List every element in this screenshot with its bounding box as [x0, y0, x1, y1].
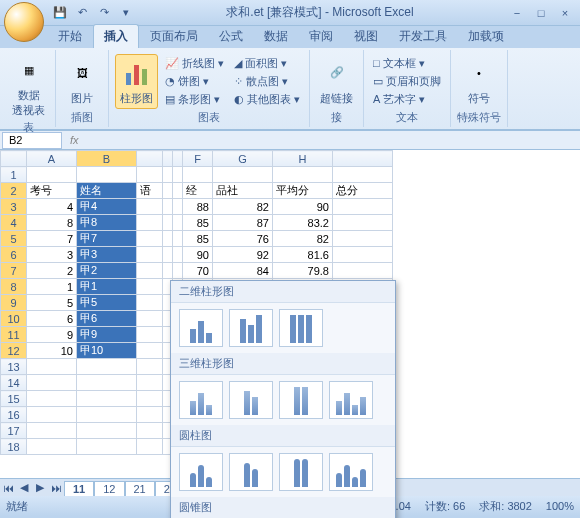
cell[interactable]: 品社 — [213, 183, 273, 199]
cell[interactable] — [173, 199, 183, 215]
cell[interactable]: 甲9 — [77, 327, 137, 343]
cell[interactable] — [77, 375, 137, 391]
cell[interactable] — [137, 167, 163, 183]
cell[interactable] — [183, 167, 213, 183]
tab-formulas[interactable]: 公式 — [209, 25, 253, 48]
column-header[interactable]: B — [77, 151, 137, 167]
cell[interactable]: 平均分 — [273, 183, 333, 199]
textbox-button[interactable]: □文本框▾ — [370, 55, 444, 72]
column-header[interactable] — [137, 151, 163, 167]
cell[interactable] — [137, 327, 163, 343]
tab-data[interactable]: 数据 — [254, 25, 298, 48]
area-chart-button[interactable]: ◢面积图▾ — [231, 55, 303, 72]
select-all-cell[interactable] — [1, 151, 27, 167]
column-header[interactable]: A — [27, 151, 77, 167]
cell[interactable]: 甲6 — [77, 311, 137, 327]
cell[interactable]: 10 — [27, 343, 77, 359]
bar-chart-button[interactable]: ▤条形图▾ — [162, 91, 227, 108]
row-header[interactable]: 2 — [1, 183, 27, 199]
cell[interactable] — [163, 231, 173, 247]
cell[interactable] — [27, 391, 77, 407]
cell[interactable]: 甲2 — [77, 263, 137, 279]
cell[interactable] — [137, 231, 163, 247]
cell[interactable]: 总分 — [333, 183, 393, 199]
cell[interactable]: 90 — [183, 247, 213, 263]
column-header[interactable]: H — [273, 151, 333, 167]
cell[interactable] — [137, 199, 163, 215]
cell[interactable]: 甲10 — [77, 343, 137, 359]
cell[interactable] — [213, 167, 273, 183]
column-header[interactable] — [163, 151, 173, 167]
cell[interactable]: 甲4 — [77, 199, 137, 215]
sheet-tab[interactable]: 11 — [64, 481, 94, 496]
picture-button[interactable]: 🖼 图片 — [62, 55, 102, 108]
chart-type-3d-100stacked[interactable] — [279, 381, 323, 419]
zoom-level[interactable]: 100% — [546, 500, 574, 512]
close-button[interactable]: × — [554, 5, 576, 21]
wordart-button[interactable]: A艺术字▾ — [370, 91, 444, 108]
cell[interactable]: 84 — [213, 263, 273, 279]
undo-icon[interactable]: ↶ — [74, 5, 90, 21]
cell[interactable] — [333, 215, 393, 231]
tab-layout[interactable]: 页面布局 — [140, 25, 208, 48]
qat-more-icon[interactable]: ▾ — [118, 5, 134, 21]
row-header[interactable]: 9 — [1, 295, 27, 311]
row-header[interactable]: 17 — [1, 423, 27, 439]
cell[interactable] — [77, 391, 137, 407]
tab-view[interactable]: 视图 — [344, 25, 388, 48]
chart-type-cylinder-100stacked[interactable] — [279, 453, 323, 491]
cell[interactable] — [163, 247, 173, 263]
cell[interactable] — [137, 423, 163, 439]
cell[interactable]: 85 — [183, 215, 213, 231]
sheet-tab[interactable]: 21 — [125, 481, 155, 496]
cell[interactable]: 79.8 — [273, 263, 333, 279]
cell[interactable]: 9 — [27, 327, 77, 343]
row-header[interactable]: 3 — [1, 199, 27, 215]
cell[interactable] — [137, 375, 163, 391]
cell[interactable]: 81.6 — [273, 247, 333, 263]
chart-type-stacked-column[interactable] — [229, 309, 273, 347]
cell[interactable] — [137, 279, 163, 295]
cell[interactable] — [77, 407, 137, 423]
cell[interactable] — [77, 359, 137, 375]
column-header[interactable] — [333, 151, 393, 167]
chart-type-3d-stacked[interactable] — [229, 381, 273, 419]
cell[interactable] — [163, 183, 173, 199]
row-header[interactable]: 14 — [1, 375, 27, 391]
chart-type-cylinder-stacked[interactable] — [229, 453, 273, 491]
cell[interactable] — [27, 423, 77, 439]
cell[interactable]: 82 — [273, 231, 333, 247]
cell[interactable]: 考号 — [27, 183, 77, 199]
scatter-chart-button[interactable]: ⁘散点图▾ — [231, 73, 303, 90]
cell[interactable]: 7 — [27, 231, 77, 247]
row-header[interactable]: 7 — [1, 263, 27, 279]
cell[interactable] — [163, 199, 173, 215]
chart-type-3d-cylinder[interactable] — [329, 453, 373, 491]
pivot-table-button[interactable]: ▦ 数据 透视表 — [8, 52, 49, 120]
cell[interactable]: 语 — [137, 183, 163, 199]
column-header[interactable]: F — [183, 151, 213, 167]
chart-type-clustered-column[interactable] — [179, 309, 223, 347]
cell[interactable] — [137, 295, 163, 311]
cell[interactable]: 87 — [213, 215, 273, 231]
chart-type-3d-column[interactable] — [329, 381, 373, 419]
sheet-nav-first[interactable]: ⏮ — [0, 482, 16, 494]
cell[interactable]: 90 — [273, 199, 333, 215]
sheet-nav-next[interactable]: ▶ — [32, 481, 48, 494]
row-header[interactable]: 1 — [1, 167, 27, 183]
maximize-button[interactable]: □ — [530, 5, 552, 21]
cell[interactable] — [173, 167, 183, 183]
cell[interactable] — [137, 407, 163, 423]
cell[interactable] — [27, 439, 77, 455]
cell[interactable]: 88 — [183, 199, 213, 215]
cell[interactable] — [27, 375, 77, 391]
row-header[interactable]: 11 — [1, 327, 27, 343]
cell[interactable]: 3 — [27, 247, 77, 263]
cell[interactable] — [137, 311, 163, 327]
cell[interactable] — [333, 199, 393, 215]
column-header[interactable] — [173, 151, 183, 167]
row-header[interactable]: 6 — [1, 247, 27, 263]
cell[interactable] — [137, 247, 163, 263]
cell[interactable] — [137, 439, 163, 455]
cell[interactable]: 6 — [27, 311, 77, 327]
